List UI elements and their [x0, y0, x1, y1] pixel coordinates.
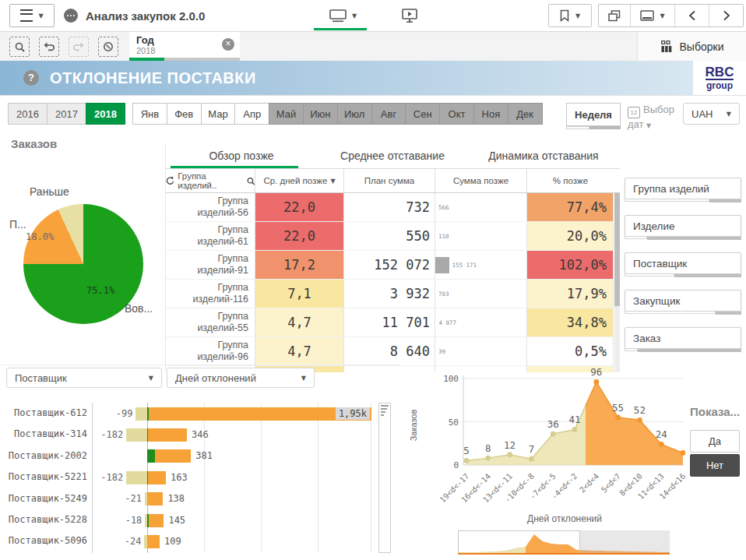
- table-row[interactable]: Группаизделий-964,78 640390,5%: [166, 337, 620, 366]
- presentation-icon[interactable]: [402, 9, 417, 23]
- avg-days-cell[interactable]: 4,7: [255, 308, 344, 337]
- smart-search-button[interactable]: [9, 37, 30, 57]
- column-header-late-pct[interactable]: % позже: [527, 169, 614, 192]
- bookmark-button[interactable]: ▼: [548, 4, 592, 27]
- avg-days-cell[interactable]: 22,0: [255, 222, 344, 251]
- month-button-Дек[interactable]: Дек: [508, 103, 543, 125]
- month-button-Окт[interactable]: Окт: [439, 103, 474, 125]
- late-sum-cell[interactable]: 703: [435, 280, 527, 308]
- prev-sheet-button[interactable]: [675, 5, 709, 26]
- clear-selections-button[interactable]: [98, 37, 118, 57]
- late-bar[interactable]: [148, 471, 166, 484]
- plan-sum-cell[interactable]: 3 932: [344, 280, 435, 308]
- duplicate-sheet-button[interactable]: [599, 5, 631, 26]
- redo-selection-button[interactable]: [69, 37, 89, 57]
- filter-box-Группа изделий[interactable]: Группа изделий: [625, 178, 741, 199]
- sheet-view-icon[interactable]: [329, 9, 347, 23]
- late-sum-cell[interactable]: 110: [435, 222, 527, 251]
- bar-category-label[interactable]: Поставщик-2002: [0, 446, 87, 467]
- avg-days-cell[interactable]: 17,2: [255, 251, 344, 280]
- late-bar[interactable]: [147, 492, 163, 505]
- month-button-Ноя[interactable]: Ноя: [473, 103, 508, 125]
- month-button-Сен[interactable]: Сен: [405, 103, 440, 125]
- month-button-Авг[interactable]: Авг: [371, 103, 406, 125]
- column-header-late-sum[interactable]: Сумма позже: [435, 169, 527, 192]
- late-pct-cell[interactable]: 0,5%: [527, 337, 614, 366]
- search-icon[interactable]: [247, 177, 255, 185]
- month-button-Май[interactable]: Май: [269, 103, 304, 125]
- range-navigator[interactable]: [458, 530, 670, 555]
- on-time-bar[interactable]: [147, 449, 155, 463]
- sheet-list-button[interactable]: ▼: [631, 5, 675, 26]
- table-row[interactable]: Группаизделий-554,711 7014 07734,8%: [166, 308, 620, 337]
- late-pct-cell[interactable]: 20,0%: [527, 222, 614, 251]
- plan-sum-cell[interactable]: 732: [344, 193, 435, 222]
- plan-sum-cell[interactable]: 550: [344, 222, 435, 251]
- month-button-Фев[interactable]: Фев: [167, 103, 202, 125]
- late-bar[interactable]: [149, 514, 164, 527]
- late-sum-cell[interactable]: 4 077: [435, 308, 527, 337]
- early-bar[interactable]: [126, 428, 147, 442]
- filter-box-Заказ[interactable]: Заказ: [625, 327, 741, 349]
- avg-days-cell[interactable]: 7,1: [255, 280, 344, 308]
- late-pct-cell[interactable]: 77,4%: [527, 193, 614, 222]
- month-button-Июн[interactable]: Июн: [303, 103, 338, 125]
- close-icon[interactable]: ×: [222, 38, 234, 51]
- late-sum-cell[interactable]: 566: [435, 193, 527, 222]
- range-navigator-window[interactable]: [458, 530, 580, 555]
- table-row[interactable]: Группаизделий-9117,2152 072155 171102,0%: [166, 251, 620, 280]
- supplier-dimension-dropdown[interactable]: Поставщик ▼: [6, 368, 162, 388]
- avg-days-cell[interactable]: 22,0: [255, 193, 344, 222]
- selection-chip-year[interactable]: Год 2018 ×: [129, 32, 240, 58]
- late-bar[interactable]: [147, 535, 160, 548]
- bar-chart-scrollbar[interactable]: [378, 403, 391, 553]
- bar-category-label[interactable]: Поставщик-314: [0, 424, 87, 445]
- tab-lag-dynamics[interactable]: Динамика отставания: [468, 143, 619, 168]
- filter-box-Поставщик[interactable]: Поставщик: [625, 252, 741, 274]
- late-bar[interactable]: [148, 428, 187, 442]
- refresh-icon[interactable]: [166, 176, 174, 185]
- late-pct-cell[interactable]: 102,0%: [527, 251, 614, 280]
- year-button-2018[interactable]: 2018: [86, 103, 125, 125]
- early-bar[interactable]: [135, 407, 147, 421]
- show-yes-button[interactable]: Да: [690, 430, 740, 453]
- view-caret-icon[interactable]: ▼: [352, 12, 357, 19]
- filter-box-Закупщик[interactable]: Закупщик: [625, 290, 741, 312]
- filter-box-Изделие[interactable]: Изделие: [625, 215, 741, 237]
- undo-selection-button[interactable]: [39, 37, 59, 57]
- week-filter-button[interactable]: Неделя: [566, 103, 621, 126]
- column-header-group[interactable]: Группа изделий..: [166, 169, 255, 192]
- early-bar[interactable]: [126, 471, 147, 484]
- bar-category-label[interactable]: Поставщик-5249: [0, 488, 87, 509]
- late-sum-cell[interactable]: 155 171: [435, 251, 527, 280]
- tab-average-lag[interactable]: Среднее отставание: [317, 143, 468, 168]
- bar-category-label[interactable]: Поставщик-5096: [0, 530, 87, 551]
- menu-button[interactable]: ▼: [9, 4, 55, 27]
- late-pct-cell[interactable]: 17,9%: [527, 280, 614, 308]
- bar-category-label[interactable]: Поставщик-5228: [0, 509, 87, 530]
- column-header-plan-sum[interactable]: План сумма: [344, 169, 435, 192]
- plan-sum-cell[interactable]: 152 072: [344, 251, 435, 280]
- next-sheet-button[interactable]: [709, 5, 743, 26]
- bar-category-label[interactable]: Поставщик-612: [0, 403, 87, 424]
- late-pct-cell[interactable]: 34,8%: [527, 308, 614, 337]
- late-bar[interactable]: [155, 449, 192, 463]
- help-icon[interactable]: ?: [23, 70, 39, 86]
- table-row[interactable]: Группаизделий-6122,055011020,0%: [166, 222, 620, 251]
- month-button-Июл[interactable]: Июл: [337, 103, 372, 125]
- month-button-Мар[interactable]: Мар: [201, 103, 236, 125]
- month-button-Янв[interactable]: Янв: [132, 103, 167, 125]
- date-picker-button[interactable]: 12Выбор дат ▼: [628, 104, 676, 132]
- plan-sum-cell[interactable]: 8 640: [344, 337, 435, 366]
- column-header-avg-days[interactable]: Ср. дней позже ▼: [255, 169, 344, 192]
- avg-days-cell[interactable]: 4,7: [255, 337, 344, 366]
- supplier-bar-chart[interactable]: -991,95k-182346381-182163-21138-18145-24…: [92, 403, 373, 553]
- deviation-area-chart[interactable]: 05010058127364196555224-19<d<-17-16<d<-1…: [403, 366, 685, 502]
- tab-late-overview[interactable]: Обзор позже: [166, 143, 317, 168]
- plan-sum-cell[interactable]: 11 701: [344, 308, 435, 337]
- selections-tool-button[interactable]: Выборки: [637, 32, 746, 61]
- year-button-2016[interactable]: 2016: [8, 103, 48, 125]
- currency-dropdown[interactable]: UAH ▼: [683, 103, 740, 125]
- year-button-2017[interactable]: 2017: [47, 103, 86, 125]
- measure-dropdown[interactable]: Дней отклонений ▼: [167, 368, 315, 388]
